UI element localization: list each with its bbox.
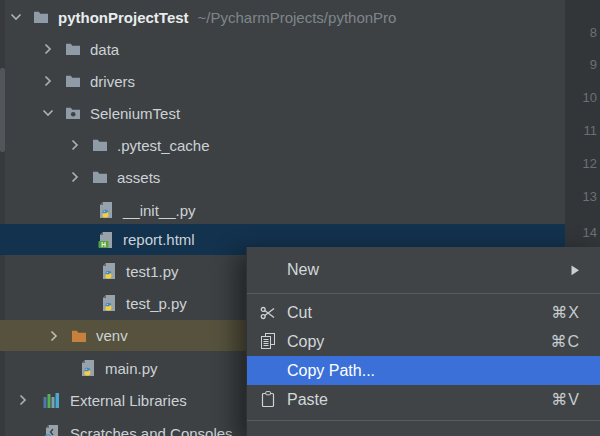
chevron-right-icon[interactable] [40,73,56,89]
pycharm-project-view: pythonProjectTest ~/PycharmProjects/pyth… [0,0,600,436]
tree-item-label: assets [117,169,160,186]
tree-item-label: __init__.py [123,202,196,219]
copy-icon [259,333,277,351]
excluded-folder-icon [70,327,87,344]
tree-item-label: main.py [105,360,158,377]
line-number: 14 [583,225,597,240]
chevron-right-icon[interactable] [67,169,83,185]
line-number: 13 [583,189,597,204]
folder-icon [91,169,108,186]
tree-item-label: test_p.py [126,295,187,312]
line-number: 12 [583,156,597,171]
tree-item-seleniumtest[interactable]: SeleniumTest [0,98,600,128]
tree-item-label: External Libraries [70,392,187,409]
chevron-right-icon[interactable] [15,392,31,408]
project-root-label: pythonProjectTest [58,9,189,26]
tree-item-data[interactable]: data [0,34,600,64]
tree-item-label: SeleniumTest [90,105,180,122]
scratches-icon [43,425,60,436]
clipboard-icon [259,391,277,409]
chevron-down-icon[interactable] [40,105,56,121]
menu-separator [247,293,600,294]
line-number: 8 [590,25,597,40]
tree-item-label: test1.py [126,263,179,280]
menu-separator [247,420,600,421]
folder-icon [64,41,81,58]
python-file-icon [100,263,117,280]
menu-shortcut: ⌘C [550,332,580,351]
menu-icon-spacer [259,362,277,380]
libraries-icon [43,392,60,409]
menu-icon-spacer [259,261,277,279]
python-file-icon [79,360,96,377]
menu-item-new[interactable]: New [247,250,600,290]
folder-icon [91,137,108,154]
tree-item-label: venv [96,327,128,344]
chevron-right-icon[interactable] [67,137,83,153]
tree-item-init-py[interactable]: __init__.py [0,195,600,225]
tree-item-label: .pytest_cache [117,137,210,154]
tree-item-label: data [90,41,119,58]
tree-item-label: report.html [123,231,195,248]
tree-item-drivers[interactable]: drivers [0,66,600,96]
line-number: 9 [590,57,597,72]
menu-item-cut[interactable]: Cut ⌘X [247,298,600,327]
line-number: 10 [583,90,597,105]
tree-item-label: drivers [90,73,135,90]
tree-item-assets[interactable]: assets [0,162,600,192]
menu-shortcut: ⌘V [551,390,580,409]
menu-item-copy[interactable]: Copy ⌘C [247,327,600,356]
menu-shortcut: ⌘X [551,303,580,322]
menu-item-copy-path[interactable]: Copy Path... [247,356,600,385]
line-number: 11 [584,123,598,138]
chevron-down-icon[interactable] [8,9,24,25]
marked-folder-icon [64,105,81,122]
submenu-arrow-icon [571,265,580,276]
folder-icon [32,9,49,26]
context-menu: New Cut ⌘X [246,247,600,436]
chevron-right-icon[interactable] [40,41,56,57]
tree-item-label: Scratches and Consoles [70,425,233,436]
project-root-path: ~/PycharmProjects/pythonPro [198,9,397,26]
python-file-icon [97,202,114,219]
folder-icon [64,73,81,90]
python-file-icon [100,295,117,312]
chevron-right-icon[interactable] [46,328,62,344]
menu-item-paste[interactable]: Paste ⌘V [247,385,600,414]
html-file-icon: H [97,231,114,248]
tree-item-python-project-test[interactable]: pythonProjectTest ~/PycharmProjects/pyth… [0,2,573,32]
svg-text:H: H [101,240,106,247]
tree-item-pytest-cache[interactable]: .pytest_cache [0,130,600,160]
scissors-icon [259,304,277,322]
